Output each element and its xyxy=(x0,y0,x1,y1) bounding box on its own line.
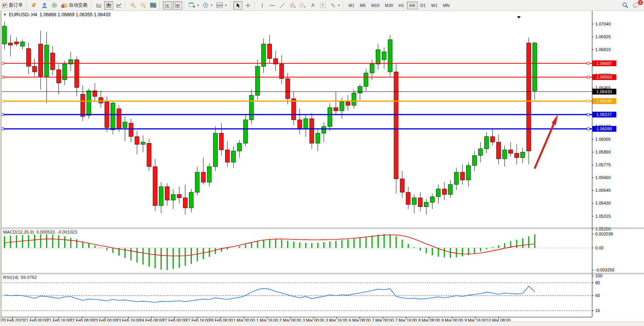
chart-shift-icon xyxy=(175,2,181,8)
separator xyxy=(254,2,256,9)
timeframe-h1[interactable]: H1 xyxy=(396,2,407,9)
fibonacci-tool-button[interactable]: F xyxy=(298,1,307,10)
rsi-value: 59.0752 xyxy=(21,275,37,280)
chart-shift-button[interactable] xyxy=(173,1,182,10)
chart-area[interactable]: 1.07040 1.06925 1.06810 1.06695 1.06580 … xyxy=(0,0,644,326)
svg-text:1.06925: 1.06925 xyxy=(595,34,611,39)
fibonacci-icon: F xyxy=(299,2,306,8)
bar-chart-button[interactable] xyxy=(94,1,103,10)
dropdown-arrow-icon: ▾ xyxy=(225,3,227,7)
candlestick-chart-icon xyxy=(106,2,112,8)
new-order-button[interactable]: 新订单 xyxy=(0,1,24,10)
svg-text:0.002038: 0.002038 xyxy=(595,232,613,236)
timeframe-mn[interactable]: MN xyxy=(440,2,452,9)
line-chart-button[interactable] xyxy=(114,1,123,10)
new-chart-button[interactable]: ▾ xyxy=(187,1,200,10)
timeframe-group: M1M5M15M30H1H4D1W1MN xyxy=(346,2,452,9)
svg-text:T: T xyxy=(322,3,324,7)
community-button[interactable] xyxy=(39,1,49,10)
period-button[interactable]: ▾ xyxy=(201,1,214,10)
trendline-icon xyxy=(280,3,285,8)
dropdown-arrow-icon: ▾ xyxy=(211,3,212,7)
chart-svg: 1.07040 1.06925 1.06810 1.06695 1.06580 … xyxy=(0,0,644,326)
notification-badge: 1 xyxy=(637,0,643,5)
tile-windows-button[interactable] xyxy=(149,1,158,10)
timeframe-w1[interactable]: W1 xyxy=(429,2,441,9)
zoom-in-button[interactable] xyxy=(128,1,138,10)
zoom-out-button[interactable] xyxy=(138,1,148,10)
svg-text:1.05775: 1.05775 xyxy=(595,162,611,167)
status-bar xyxy=(0,321,644,326)
macd-label: MACD(12,26,9) 0.000533 -0.001023 xyxy=(3,230,77,234)
signals-button[interactable] xyxy=(50,1,59,10)
toolbar: 新订单 自动交易 xyxy=(0,0,644,11)
timeframe-m30[interactable]: M30 xyxy=(382,2,396,9)
zoom-out-icon xyxy=(140,2,146,9)
rsi-name: RSI(14) xyxy=(3,275,19,280)
cursor-icon xyxy=(236,3,241,8)
svg-text:1.05545: 1.05545 xyxy=(595,188,611,193)
channel-tool-button[interactable]: E xyxy=(288,1,297,10)
separator xyxy=(26,2,28,9)
arrows-tool-button[interactable]: ▾ xyxy=(328,1,341,10)
vertical-line-tool-button[interactable] xyxy=(258,1,267,10)
ohlc-values: 1.06868 1.06869 1.06355 1.06433 xyxy=(39,12,111,17)
svg-text:1.06348: 1.06348 xyxy=(596,99,612,103)
svg-text:1.05430: 1.05430 xyxy=(595,201,611,205)
trendline-tool-button[interactable] xyxy=(278,1,287,10)
svg-text:F: F xyxy=(304,6,306,8)
svg-text:1.06099: 1.06099 xyxy=(596,126,612,131)
zoom-in-icon xyxy=(130,2,136,9)
indicators-button[interactable]: ▾ xyxy=(215,1,228,10)
indicators-icon xyxy=(216,2,223,8)
auto-trading-label: 自动交易 xyxy=(69,2,87,9)
separator xyxy=(125,2,127,9)
label-tool-button[interactable]: T xyxy=(318,1,328,10)
cursor-tool-button[interactable] xyxy=(233,1,243,10)
svg-text:E: E xyxy=(294,6,296,8)
horizontal-line-tool-button[interactable] xyxy=(268,1,277,10)
dropdown-arrow-icon: ▾ xyxy=(197,3,199,7)
gold-button[interactable] xyxy=(29,1,39,10)
auto-trading-button[interactable]: 自动交易 xyxy=(60,1,89,10)
timeframe-d1[interactable]: D1 xyxy=(418,2,429,9)
separator xyxy=(230,2,232,9)
crosshair-tool-button[interactable] xyxy=(243,1,253,10)
separator xyxy=(343,2,345,9)
new-order-icon xyxy=(2,3,7,8)
text-label-icon: T xyxy=(320,2,326,8)
timeframe-m5[interactable]: M5 xyxy=(357,2,368,9)
svg-text:1.05315: 1.05315 xyxy=(595,214,611,218)
search-button[interactable] xyxy=(620,1,630,10)
svg-text:1.06433: 1.06433 xyxy=(596,89,612,94)
svg-text:1.05660: 1.05660 xyxy=(595,175,611,180)
timeframe-m1[interactable]: M1 xyxy=(346,2,357,9)
symbol-header: ▼ EURUSD-,H4 1.06868 1.06869 1.06355 1.0… xyxy=(3,12,111,17)
new-order-label: 新订单 xyxy=(9,2,23,9)
community-person-icon xyxy=(41,2,47,8)
auto-scroll-button[interactable] xyxy=(163,1,172,10)
tile-windows-icon xyxy=(150,2,156,8)
bar-chart-icon xyxy=(96,2,102,8)
notifications-button[interactable]: 1 xyxy=(631,1,641,10)
collapse-triangle-icon[interactable]: ▼ xyxy=(3,13,7,17)
line-chart-icon xyxy=(116,2,122,8)
text-tool-button[interactable]: A xyxy=(308,1,318,10)
svg-text:1.06227: 1.06227 xyxy=(596,112,612,117)
svg-text:1.06810: 1.06810 xyxy=(595,47,611,52)
vertical-line-icon xyxy=(260,3,264,8)
candlestick-chart-button[interactable] xyxy=(104,1,113,10)
dropdown-arrow-icon: ▾ xyxy=(338,3,340,7)
auto-trading-icon xyxy=(61,2,67,8)
svg-text:15: 15 xyxy=(595,308,600,313)
rsi-label: RSI(14) 59.0752 xyxy=(3,275,37,280)
svg-text:1.06563: 1.06563 xyxy=(596,75,612,79)
svg-text:-0.003256: -0.003256 xyxy=(595,268,615,272)
symbol-period-label: EURUSD-,H4 xyxy=(9,12,37,17)
timeframe-m15[interactable]: M15 xyxy=(369,2,382,9)
separator xyxy=(159,2,161,9)
separator xyxy=(91,2,92,9)
macd-name: MACD(12,26,9) xyxy=(3,230,34,234)
horizontal-line-icon xyxy=(269,3,275,8)
timeframe-h4[interactable]: H4 xyxy=(407,2,418,9)
